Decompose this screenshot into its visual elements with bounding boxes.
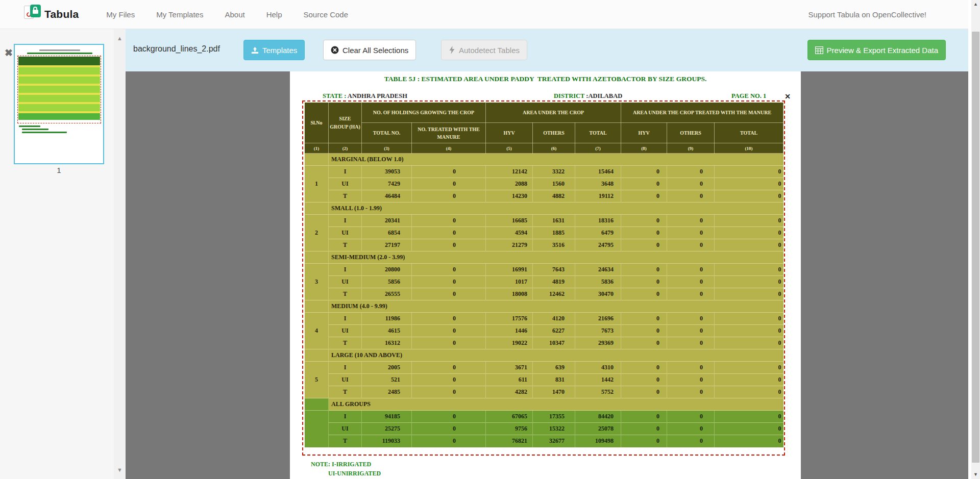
table-icon	[815, 46, 823, 54]
lock-badge-icon	[30, 5, 41, 17]
templates-button[interactable]: Templates	[243, 40, 305, 60]
document-table-title: TABLE 5J : ESTIMATED AREA UNDER PADDY TR…	[290, 75, 801, 83]
tabula-logo-icon	[24, 5, 41, 24]
main-nav: My FilesMy TemplatesAboutHelpSource Code	[95, 0, 359, 29]
top-navbar: Tabula My FilesMy TemplatesAboutHelpSour…	[0, 0, 971, 29]
sidebar-scroll-down-icon[interactable]: ▼	[114, 467, 126, 473]
window-scroll-down-icon[interactable]: ▼	[971, 470, 980, 479]
sidebar-scroll-up-icon[interactable]: ▲	[114, 35, 126, 41]
table-selection-box[interactable]	[302, 100, 785, 456]
lightning-icon	[449, 46, 455, 54]
nav-link-my-files[interactable]: My Files	[95, 0, 145, 29]
note-line-1: NOTE: I-IRRIGATED	[311, 461, 371, 468]
note-line-2: UI-UNIRRIGATED	[328, 470, 381, 477]
window-scrollbar[interactable]: ▲ ▼	[971, 0, 980, 479]
toolbar: background_lines_2.pdf Templates Clear A…	[126, 29, 968, 71]
nav-link-source-code[interactable]: Source Code	[293, 0, 359, 29]
page-thumbnail-sidebar: ✖ 1 ▲	[0, 29, 126, 479]
sidebar-scrollbar[interactable]: ▲ ▼	[114, 29, 126, 479]
state-text: STATE : ANDHRA PRADESH	[323, 92, 407, 100]
upload-icon	[251, 46, 259, 54]
pdf-viewer: TABLE 5J : ESTIMATED AREA UNDER PADDY TR…	[126, 71, 968, 479]
thumbnail-page-number: 1	[0, 166, 118, 174]
window-scrollbar-thumb[interactable]	[972, 32, 979, 463]
main-area: background_lines_2.pdf Templates Clear A…	[126, 29, 968, 479]
brand-link[interactable]: Tabula	[24, 5, 79, 24]
thumbnail-selection-border	[17, 56, 101, 123]
window-scroll-up-icon[interactable]: ▲	[971, 0, 980, 9]
remove-page-icon[interactable]: ✖	[3, 47, 14, 59]
pdf-page: TABLE 5J : ESTIMATED AREA UNDER PADDY TR…	[290, 71, 801, 479]
district-text: DISTRICT :ADILABAD	[554, 92, 622, 100]
page-thumbnail-1[interactable]	[14, 44, 104, 164]
thumbnail-mini-table	[18, 57, 100, 122]
document-filename: background_lines_2.pdf	[133, 44, 220, 54]
autodetect-tables-button[interactable]: Autodetect Tables	[441, 40, 527, 60]
clear-all-selections-button[interactable]: Clear All Selections	[323, 40, 416, 60]
nav-link-about[interactable]: About	[214, 0, 255, 29]
brand-title: Tabula	[44, 8, 79, 20]
nav-link-my-templates[interactable]: My Templates	[145, 0, 214, 29]
nav-link-help[interactable]: Help	[256, 0, 293, 29]
tabula-app: Tabula My FilesMy TemplatesAboutHelpSour…	[0, 0, 980, 479]
selection-close-icon[interactable]: ✕	[783, 92, 792, 101]
remove-circle-icon	[331, 46, 339, 54]
preview-export-button[interactable]: Preview & Export Extracted Data	[807, 40, 946, 60]
support-link[interactable]: Support Tabula on OpenCollective!	[808, 10, 926, 19]
page-no-text: PAGE NO. 1	[731, 92, 766, 100]
